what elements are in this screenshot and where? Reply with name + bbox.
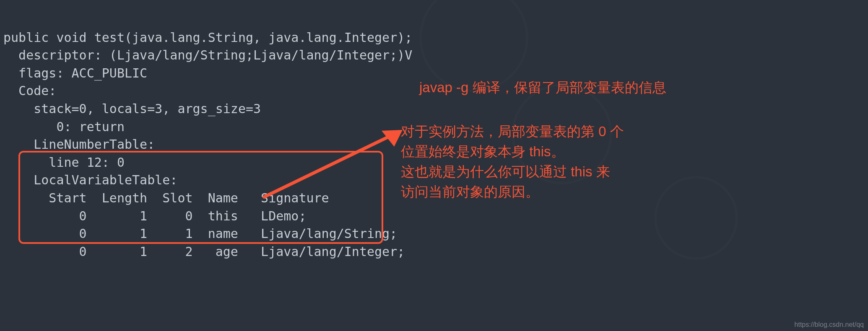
annotation-line: 位置始终是对象本身 this。 — [401, 142, 624, 162]
annotation-top: javap -g 编译，保留了局部变量表的信息 — [419, 78, 666, 98]
code-line: 0 1 0 this LDemo; — [3, 209, 306, 223]
code-line: 0 1 2 age Ljava/lang/Integer; — [3, 244, 405, 259]
javap-output: public void test(java.lang.String, java.… — [3, 11, 412, 261]
code-line: stack=0, locals=3, args_size=3 — [3, 101, 261, 116]
code-line: public void test(java.lang.String, java.… — [3, 30, 412, 45]
annotation-line: 这也就是为什么你可以通过 this 来 — [401, 162, 624, 182]
code-line: flags: ACC_PUBLIC — [3, 66, 147, 80]
footer-url: https://blog.csdn.net/qq — [795, 321, 864, 328]
code-line: line 12: 0 — [3, 155, 125, 170]
code-line: Start Length Slot Name Signature — [3, 191, 329, 205]
code-line: descriptor: (Ljava/lang/String;Ljava/lan… — [3, 48, 412, 62]
annotation-line: 对于实例方法，局部变量表的第 0 个 — [401, 122, 624, 142]
code-line: Code: — [3, 83, 56, 98]
code-line: 0 1 1 name Ljava/lang/String; — [3, 226, 397, 241]
annotation-side: 对于实例方法，局部变量表的第 0 个 位置始终是对象本身 this。 这也就是为… — [401, 122, 624, 202]
watermark-circle — [654, 176, 738, 260]
annotation-line: 访问当前对象的原因。 — [401, 182, 624, 202]
code-line: 0: return — [3, 119, 125, 134]
code-line: LocalVariableTable: — [3, 173, 177, 187]
code-line: LineNumberTable: — [3, 137, 155, 152]
